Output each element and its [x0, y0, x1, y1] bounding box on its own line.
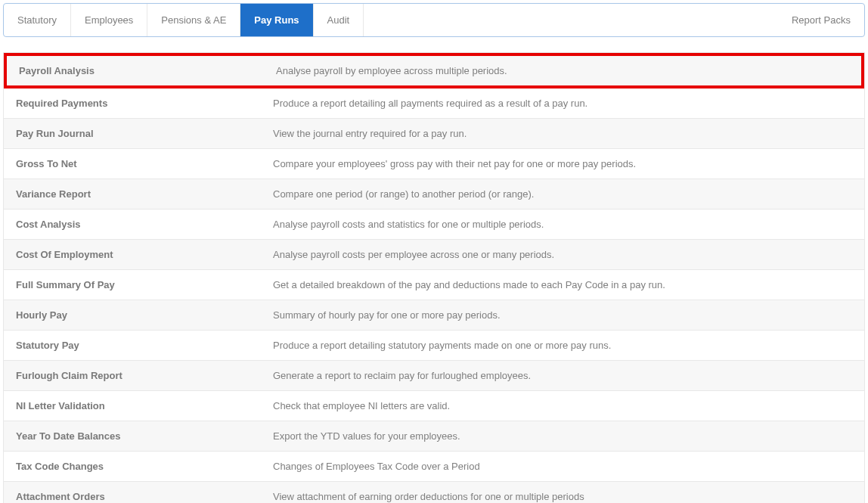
- report-description: View the journal entry required for a pa…: [273, 128, 852, 139]
- report-title: Hourly Pay: [16, 309, 273, 321]
- report-row[interactable]: Pay Run JournalView the journal entry re…: [4, 119, 864, 149]
- tab-pay-runs[interactable]: Pay Runs: [240, 4, 313, 36]
- tab-pensions-ae[interactable]: Pensions & AE: [147, 4, 240, 36]
- report-title: Furlough Claim Report: [16, 370, 273, 381]
- report-row[interactable]: NI Letter ValidationCheck that employee …: [4, 391, 864, 421]
- tab-statutory[interactable]: Statutory: [4, 4, 71, 36]
- report-description: Produce a report detailing statutory pay…: [273, 340, 852, 351]
- report-row[interactable]: Payroll AnalysisAnalyse payroll by emplo…: [4, 53, 864, 88]
- report-title: Full Summary Of Pay: [16, 279, 273, 290]
- report-row[interactable]: Required PaymentsProduce a report detail…: [4, 88, 864, 119]
- report-title: Cost Of Employment: [16, 249, 273, 260]
- report-description: Analyse payroll costs and statistics for…: [273, 219, 852, 230]
- report-row[interactable]: Cost Of EmploymentAnalyse payroll costs …: [4, 240, 864, 270]
- report-row[interactable]: Variance ReportCompare one period (or ra…: [4, 179, 864, 210]
- report-row[interactable]: Hourly PaySummary of hourly pay for one …: [4, 300, 864, 331]
- report-description: View attachment of earning order deducti…: [273, 491, 852, 502]
- tab-bar: Statutory Employees Pensions & AE Pay Ru…: [3, 3, 865, 37]
- report-row[interactable]: Tax Code ChangesChanges of Employees Tax…: [4, 452, 864, 482]
- report-description: Export the YTD values for your employees…: [273, 430, 852, 442]
- report-description: Compare your employees' gross pay with t…: [273, 158, 852, 169]
- report-title: NI Letter Validation: [16, 400, 273, 411]
- report-title: Payroll Analysis: [19, 65, 276, 76]
- report-description: Generate a report to reclaim pay for fur…: [273, 370, 852, 381]
- report-row[interactable]: Cost AnalysisAnalyse payroll costs and s…: [4, 210, 864, 240]
- report-row[interactable]: Statutory PayProduce a report detailing …: [4, 331, 864, 361]
- report-description: Summary of hourly pay for one or more pa…: [273, 309, 852, 321]
- tab-employees[interactable]: Employees: [71, 4, 147, 36]
- report-packs-link[interactable]: Report Packs: [778, 4, 864, 36]
- report-row[interactable]: Attachment OrdersView attachment of earn…: [4, 482, 864, 503]
- report-list: Payroll AnalysisAnalyse payroll by emplo…: [3, 52, 865, 503]
- report-title: Year To Date Balances: [16, 430, 273, 442]
- tab-spacer: [364, 4, 778, 36]
- report-description: Get a detailed breakdown of the pay and …: [273, 279, 852, 290]
- report-title: Gross To Net: [16, 158, 273, 169]
- report-description: Analyse payroll by employee across multi…: [276, 65, 849, 76]
- report-description: Check that employee NI letters are valid…: [273, 400, 852, 411]
- report-title: Statutory Pay: [16, 340, 273, 351]
- report-row[interactable]: Full Summary Of PayGet a detailed breakd…: [4, 270, 864, 300]
- report-description: Analyse payroll costs per employee acros…: [273, 249, 852, 260]
- report-title: Attachment Orders: [16, 491, 273, 502]
- report-title: Cost Analysis: [16, 219, 273, 230]
- report-row[interactable]: Year To Date BalancesExport the YTD valu…: [4, 421, 864, 452]
- report-title: Tax Code Changes: [16, 461, 273, 472]
- report-row[interactable]: Furlough Claim ReportGenerate a report t…: [4, 361, 864, 391]
- report-title: Pay Run Journal: [16, 128, 273, 139]
- report-row[interactable]: Gross To NetCompare your employees' gros…: [4, 149, 864, 179]
- report-description: Changes of Employees Tax Code over a Per…: [273, 461, 852, 472]
- report-title: Variance Report: [16, 188, 273, 200]
- report-description: Produce a report detailing all payments …: [273, 98, 852, 109]
- report-description: Compare one period (or range) to another…: [273, 188, 852, 200]
- report-title: Required Payments: [16, 98, 273, 109]
- tab-audit[interactable]: Audit: [314, 4, 364, 36]
